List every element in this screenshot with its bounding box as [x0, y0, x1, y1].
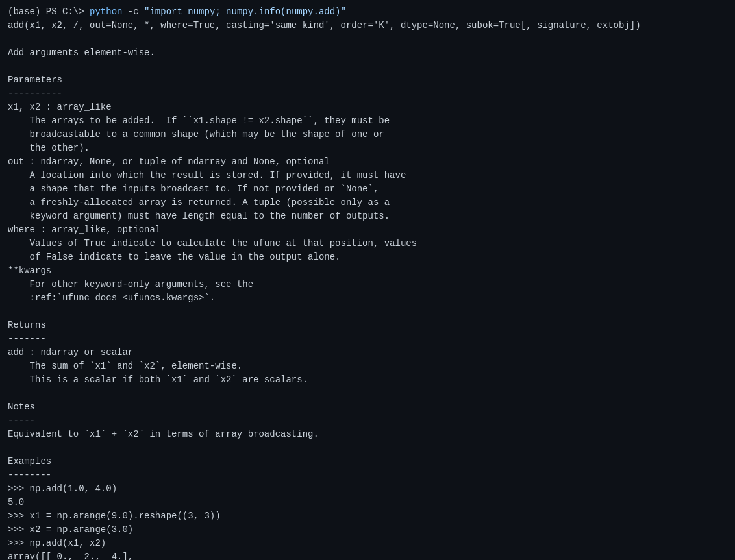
- param-kwargs-header: **kwargs: [8, 264, 727, 278]
- param-kwargs-desc2: :ref:`ufunc docs <ufuncs.kwargs>`.: [8, 291, 727, 305]
- summary-line: Add arguments element-wise.: [8, 46, 727, 60]
- param-out-desc4: keyword argument) must have length equal…: [8, 210, 727, 223]
- blank-line-3: [8, 305, 727, 319]
- prompt-line: (base) PS C:\> python -c "import numpy; …: [8, 5, 727, 19]
- terminal-window: (base) PS C:\> python -c "import numpy; …: [8, 5, 727, 560]
- notes-dash: -----: [8, 414, 727, 428]
- section-returns: Returns: [8, 319, 727, 332]
- example1-result: 5.0: [8, 496, 727, 509]
- section-notes: Notes: [8, 400, 727, 414]
- example3-prompt: >>> x2 = np.arange(3.0): [8, 523, 727, 537]
- param-where-desc1: Values of True indicate to calculate the…: [8, 237, 727, 250]
- param-out-header: out : ndarray, None, or tuple of ndarray…: [8, 155, 727, 169]
- param-out-desc1: A location into which the result is stor…: [8, 169, 727, 182]
- example2-prompt: >>> x1 = np.arange(9.0).reshape((3, 3)): [8, 509, 727, 523]
- param-x1x2-header: x1, x2 : array_like: [8, 101, 727, 114]
- example4-prompt: >>> np.add(x1, x2): [8, 537, 727, 550]
- cmd-flag: -c: [122, 6, 144, 17]
- param-x1x2-desc1: The arrays to be added. If ``x1.shape !=…: [8, 114, 727, 128]
- param-kwargs-desc1: For other keyword-only arguments, see th…: [8, 278, 727, 291]
- example4-result1: array([[ 0., 2., 4.],: [8, 550, 727, 560]
- prompt-base: (base) PS C:\>: [8, 6, 90, 17]
- blank-line-1: [8, 32, 727, 46]
- param-where-header: where : array_like, optional: [8, 223, 727, 237]
- blank-line-5: [8, 441, 727, 455]
- section-parameters: Parameters: [8, 73, 727, 87]
- return-add-header: add : ndarray or scalar: [8, 346, 727, 359]
- param-x1x2-desc3: the other).: [8, 141, 727, 155]
- blank-line-4: [8, 387, 727, 400]
- section-examples: Examples: [8, 455, 727, 469]
- param-out-desc2: a shape that the inputs broadcast to. If…: [8, 182, 727, 196]
- param-where-desc2: of False indicate to leave the value in …: [8, 250, 727, 264]
- parameters-dash: ----------: [8, 87, 727, 101]
- param-x1x2-desc2: broadcastable to a common shape (which m…: [8, 128, 727, 141]
- return-add-desc2: This is a scalar if both `x1` and `x2` a…: [8, 373, 727, 387]
- return-add-desc1: The sum of `x1` and `x2`, element-wise.: [8, 359, 727, 373]
- returns-dash: -------: [8, 332, 727, 346]
- examples-dash: --------: [8, 469, 727, 482]
- notes-desc: Equivalent to `x1` + `x2` in terms of ar…: [8, 428, 727, 441]
- blank-line-2: [8, 60, 727, 73]
- param-out-desc3: a freshly-allocated array is returned. A…: [8, 196, 727, 210]
- python-cmd: python: [90, 6, 122, 17]
- signature-line: add(x1, x2, /, out=None, *, where=True, …: [8, 19, 727, 32]
- cmd-string: "import numpy; numpy.info(numpy.add)": [144, 6, 346, 17]
- example1-prompt: >>> np.add(1.0, 4.0): [8, 482, 727, 496]
